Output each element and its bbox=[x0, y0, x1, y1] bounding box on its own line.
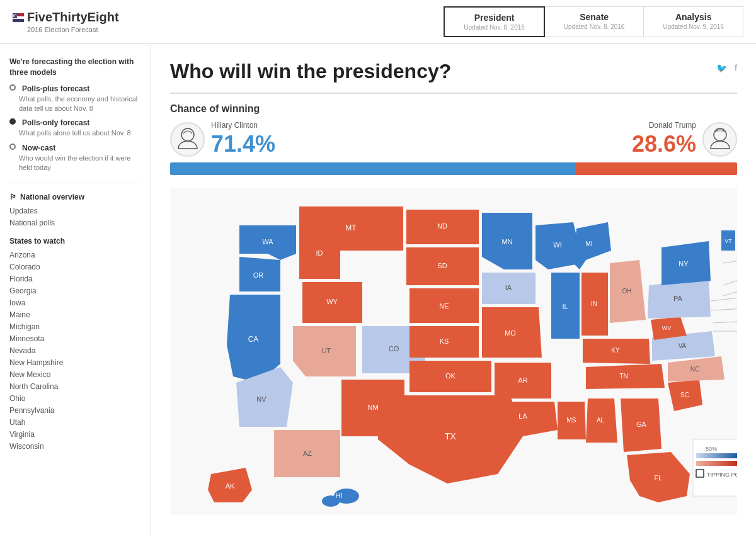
radio-now-cast bbox=[9, 144, 16, 150]
header: FiveThirtyEight 2016 Election Forecast P… bbox=[0, 0, 756, 44]
svg-text:MS: MS bbox=[567, 417, 576, 424]
sidebar-state-arizona[interactable]: Arizona bbox=[9, 251, 141, 259]
trump-name: Donald Trump bbox=[632, 121, 696, 130]
svg-text:WV: WV bbox=[662, 325, 672, 331]
clinton-bar bbox=[170, 162, 575, 175]
sidebar-divider-1 bbox=[9, 183, 141, 183]
model-polls-plus[interactable]: Polls-plus forecast What polls, the econ… bbox=[9, 84, 141, 114]
states-list: ArizonaColoradoFloridaGeorgiaIowaMaineMi… bbox=[9, 251, 141, 451]
svg-text:IL: IL bbox=[562, 303, 568, 310]
clinton-portrait bbox=[172, 123, 203, 155]
sidebar-state-pennsylvania[interactable]: Pennsylvania bbox=[9, 406, 141, 415]
clinton-info: Hillary Clinton 71.4% bbox=[211, 121, 275, 157]
model-now-cast[interactable]: Now-cast Who would win the election if i… bbox=[9, 144, 141, 173]
svg-text:VA: VA bbox=[679, 342, 687, 349]
trump-info: Donald Trump 28.6% bbox=[632, 121, 696, 157]
svg-text:SC: SC bbox=[680, 392, 689, 399]
sidebar-state-virginia[interactable]: Virginia bbox=[9, 430, 141, 439]
sidebar-state-new-hampshire[interactable]: New Hampshire bbox=[9, 358, 141, 367]
svg-text:MN: MN bbox=[501, 238, 512, 246]
sidebar-state-north-carolina[interactable]: North Carolina bbox=[9, 382, 141, 391]
svg-text:KY: KY bbox=[611, 347, 620, 354]
trump-pct: 28.6% bbox=[632, 131, 696, 157]
svg-text:HI: HI bbox=[336, 492, 343, 499]
svg-point-7 bbox=[13, 14, 14, 15]
svg-text:AR: AR bbox=[518, 376, 527, 384]
svg-text:IA: IA bbox=[505, 284, 512, 291]
tab-analysis[interactable]: Analysis Updated Nov. 9, 2016 bbox=[644, 6, 743, 37]
candidates-row: Hillary Clinton 71.4% Donald bbox=[170, 121, 737, 157]
sidebar-state-minnesota[interactable]: Minnesota bbox=[9, 334, 141, 343]
svg-point-15 bbox=[181, 128, 194, 141]
svg-text:VT: VT bbox=[724, 238, 732, 244]
svg-point-8 bbox=[14, 14, 15, 15]
sidebar-link-national-polls[interactable]: National polls bbox=[9, 218, 141, 227]
svg-text:OK: OK bbox=[445, 372, 456, 380]
sidebar-state-maine[interactable]: Maine bbox=[9, 310, 141, 319]
svg-point-14 bbox=[16, 16, 16, 16]
twitter-icon[interactable]: 🐦 bbox=[716, 63, 727, 73]
svg-text:PA: PA bbox=[673, 295, 683, 302]
sidebar-state-utah[interactable]: Utah bbox=[9, 418, 141, 427]
clinton-pct: 71.4% bbox=[211, 131, 275, 157]
svg-text:WA: WA bbox=[262, 238, 273, 246]
flag-icon bbox=[13, 13, 24, 22]
model-now-cast-label: Now-cast bbox=[22, 144, 55, 152]
logo-area: FiveThirtyEight 2016 Election Forecast bbox=[13, 10, 444, 33]
sidebar-state-colorado[interactable]: Colorado bbox=[9, 263, 141, 271]
model-polls-plus-desc: What polls, the economy and historical d… bbox=[19, 94, 141, 114]
svg-text:NY: NY bbox=[679, 260, 689, 268]
trump-bar bbox=[575, 162, 737, 175]
national-overview-label: National overview bbox=[20, 193, 84, 201]
svg-text:WY: WY bbox=[326, 298, 338, 305]
tab-senate[interactable]: Senate Updated Nov. 8, 2016 bbox=[545, 6, 644, 37]
svg-point-6 bbox=[16, 13, 16, 14]
model-now-cast-desc: Who would win the election if it were he… bbox=[19, 154, 141, 173]
sidebar-link-updates[interactable]: Updates bbox=[9, 206, 141, 215]
svg-text:CA: CA bbox=[248, 335, 259, 344]
svg-text:NM: NM bbox=[367, 404, 378, 411]
svg-text:TIPPING POINTS: TIPPING POINTS bbox=[707, 472, 737, 478]
svg-point-12 bbox=[13, 16, 14, 16]
sidebar-state-ohio[interactable]: Ohio bbox=[9, 394, 141, 403]
svg-text:MT: MT bbox=[345, 223, 357, 232]
radio-polls-only bbox=[9, 118, 16, 125]
sidebar-state-florida[interactable]: Florida bbox=[9, 274, 141, 283]
chance-section: Chance of winning Hillary Clinton 71.4% bbox=[170, 103, 737, 175]
svg-text:CO: CO bbox=[389, 345, 399, 353]
flag-small-icon: 🏳 bbox=[9, 193, 17, 201]
svg-rect-79 bbox=[696, 453, 737, 458]
main-layout: We're forecasting the election with thre… bbox=[0, 44, 756, 537]
page-heading: Who will win the presidency? bbox=[170, 60, 451, 83]
svg-point-16 bbox=[714, 128, 726, 141]
model-polls-only-desc: What polls alone tell us about Nov. 8 bbox=[19, 128, 141, 138]
trump-side: Donald Trump 28.6% bbox=[632, 121, 737, 157]
tab-president[interactable]: President Updated Nov. 8, 2016 bbox=[444, 6, 545, 37]
map-container: WA OR CA ID MT WY NV bbox=[170, 188, 737, 517]
sidebar-state-new-mexico[interactable]: New Mexico bbox=[9, 370, 141, 379]
sidebar-state-georgia[interactable]: Georgia bbox=[9, 286, 141, 295]
heading-divider bbox=[170, 93, 737, 94]
svg-text:MI: MI bbox=[585, 240, 592, 247]
svg-text:TN: TN bbox=[619, 373, 627, 380]
model-polls-plus-label: Polls-plus forecast bbox=[22, 84, 89, 93]
svg-text:ND: ND bbox=[437, 222, 447, 230]
svg-text:AK: AK bbox=[226, 482, 235, 490]
svg-text:WI: WI bbox=[553, 241, 561, 249]
sidebar-state-nevada[interactable]: Nevada bbox=[9, 346, 141, 355]
svg-text:NE: NE bbox=[439, 302, 449, 310]
sidebar-state-iowa[interactable]: Iowa bbox=[9, 298, 141, 307]
svg-rect-2 bbox=[13, 19, 24, 22]
national-overview-section: 🏳 National overview bbox=[9, 193, 141, 201]
svg-text:OR: OR bbox=[253, 271, 264, 279]
sidebar-state-michigan[interactable]: Michigan bbox=[9, 322, 141, 331]
model-polls-only[interactable]: Polls-only forecast What polls alone tel… bbox=[9, 118, 141, 138]
svg-point-11 bbox=[15, 14, 16, 14]
probability-bar bbox=[170, 162, 737, 175]
svg-point-13 bbox=[14, 16, 15, 16]
sidebar-models-title: We're forecasting the election with thre… bbox=[9, 57, 141, 78]
us-electoral-map: WA OR CA ID MT WY NV bbox=[170, 188, 737, 515]
sidebar: We're forecasting the election with thre… bbox=[0, 44, 151, 537]
sidebar-state-wisconsin[interactable]: Wisconsin bbox=[9, 442, 141, 451]
facebook-icon[interactable]: f bbox=[735, 63, 737, 73]
